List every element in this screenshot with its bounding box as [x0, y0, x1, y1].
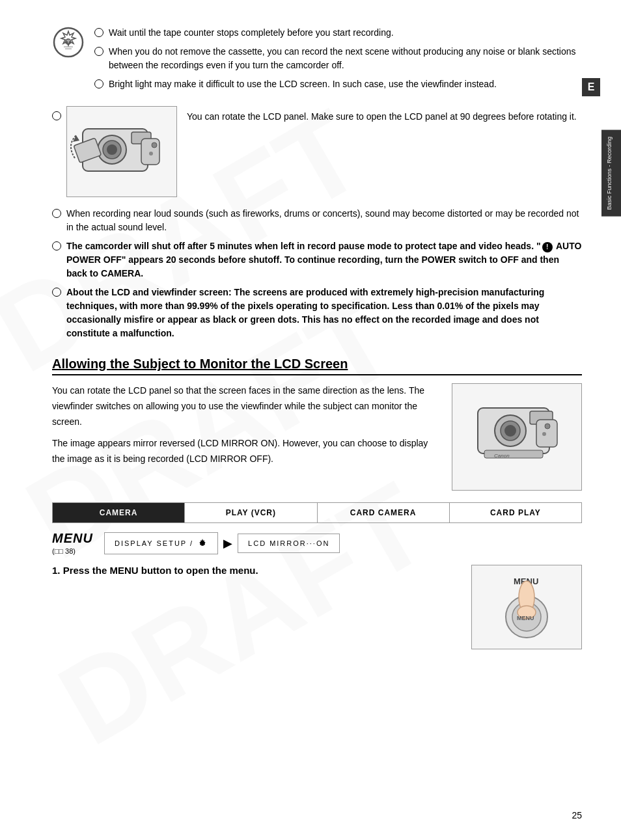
step1-image: MENU MENU	[471, 565, 582, 649]
bullet-item: Bright light may make it difficult to us…	[94, 77, 582, 91]
bullet-circle	[94, 79, 104, 88]
subject-description: You can rotate the LCD panel so that the…	[52, 383, 439, 491]
svg-point-15	[149, 152, 153, 156]
svg-point-24	[542, 432, 546, 436]
mode-card-play[interactable]: CARD PLAY	[450, 503, 581, 522]
bullet-item-bold: The camcorder will shut off after 5 minu…	[52, 239, 582, 280]
svg-rect-25	[484, 450, 543, 458]
menu-ref: (□□ 38)	[52, 547, 104, 555]
note-icon	[52, 26, 85, 59]
camcorder-image	[66, 106, 177, 197]
bullet-text-bold2: About the LCD and viewfinder screen: The…	[66, 286, 582, 340]
step1-text: 1. Press the MENU button to open the men…	[52, 565, 458, 576]
bullet-circle	[94, 47, 104, 56]
bullet-circle	[52, 288, 61, 297]
note-section: Wait until the tape counter stops comple…	[52, 26, 582, 96]
subject-para1: You can rotate the LCD panel so that the…	[52, 383, 439, 429]
image-caption-row: You can rotate the LCD panel. Make sure …	[52, 106, 582, 197]
bullet-item: Wait until the tape counter stops comple…	[94, 26, 582, 40]
subject-camcorder-image: Canon	[452, 383, 582, 491]
svg-point-23	[545, 424, 550, 429]
bullet-circle	[52, 111, 61, 120]
bullet-item: When recording near loud sounds (such as…	[52, 207, 582, 234]
side-tab: Basic Functions - Recording	[601, 130, 621, 217]
bullet-circle	[94, 28, 104, 37]
image-caption-text: You can rotate the LCD panel. Make sure …	[187, 106, 582, 124]
subject-para2: The image appears mirror reversed (LCD M…	[52, 436, 439, 467]
svg-text:Canon: Canon	[494, 453, 510, 459]
bullet-item-bold2: About the LCD and viewfinder screen: The…	[52, 286, 582, 340]
more-bullets: When recording near loud sounds (such as…	[52, 207, 582, 340]
language-badge: E	[582, 78, 600, 96]
svg-rect-13	[141, 139, 159, 165]
menu-display-setup: DISPLAY SETUP /	[104, 532, 218, 554]
bullet-text: Wait until the tape counter stops comple…	[109, 26, 582, 40]
bullet-text: When you do not remove the cassette, you…	[109, 45, 582, 72]
subject-section: You can rotate the LCD panel so that the…	[52, 383, 582, 491]
bullet-circle	[52, 209, 61, 218]
bullet-text-bold: The camcorder will shut off after 5 minu…	[66, 239, 582, 280]
menu-lcd-mirror: LCD MIRROR···ON	[238, 534, 340, 553]
page-number: 25	[572, 810, 582, 820]
bullet-item: When you do not remove the cassette, you…	[94, 45, 582, 72]
bullet-text: Bright light may make it difficult to us…	[109, 77, 582, 91]
mode-selector-bar: CAMERA PLAY (VCR) CARD CAMERA CARD PLAY	[52, 502, 582, 523]
menu-label-block: MENU (□□ 38)	[52, 531, 104, 555]
svg-point-20	[504, 425, 516, 437]
bullet-text: When recording near loud sounds (such as…	[66, 207, 582, 234]
note-bullets: Wait until the tape counter stops comple…	[94, 26, 582, 96]
svg-point-10	[107, 144, 117, 155]
menu-arrow: ▶	[223, 536, 232, 550]
bullet-circle	[52, 241, 61, 251]
svg-text:MENU: MENU	[517, 615, 534, 621]
section-heading: Allowing the Subject to Monitor the LCD …	[52, 357, 582, 375]
warning-icon: !	[542, 242, 553, 252]
svg-point-14	[152, 142, 157, 148]
menu-row: MENU (□□ 38) DISPLAY SETUP / ▶ LCD MIRRO…	[52, 531, 582, 555]
gear-icon	[197, 538, 208, 549]
mode-card-camera[interactable]: CARD CAMERA	[318, 503, 450, 522]
step1-row: 1. Press the MENU button to open the men…	[52, 565, 582, 649]
mode-play-vcr[interactable]: PLAY (VCR)	[185, 503, 317, 522]
menu-word: MENU	[52, 531, 104, 546]
mode-camera[interactable]: CAMERA	[53, 503, 185, 522]
